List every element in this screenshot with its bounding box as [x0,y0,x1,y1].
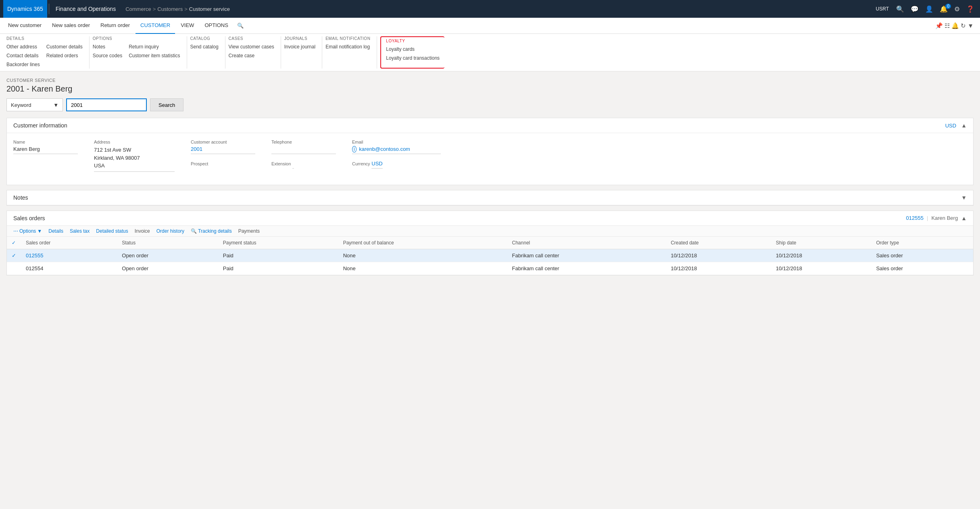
breadcrumb-customers[interactable]: Customers [157,6,183,12]
email-label: Email [352,140,441,144]
breadcrumb: Commerce > Customers > Customer service [121,6,872,12]
details-items: Other address Contact details Backorder … [6,43,83,68]
ribbon-item-view-customer-cases[interactable]: View customer cases [229,43,274,50]
table-row[interactable]: 012554 Open order Paid None Fabrikam cal… [7,262,973,275]
brand-name: Dynamics 365 [7,6,43,12]
options-action[interactable]: ⋯ Options ▼ [13,228,42,234]
breadcrumb-customer-service: Customer service [189,6,230,12]
ribbon-right-icons: 📌 ☷ 🔔 ↻ ▼ [932,22,977,29]
search-input[interactable] [66,98,147,111]
customer-info-header[interactable]: Customer information USD ▲ [7,118,973,133]
created-date: 10/12/2018 [666,262,771,275]
th-ship-date: Ship date [771,237,872,249]
customer-info-body: Name Karen Berg Address 712 1st Ave SWKi… [7,133,973,185]
select-all-checkbox[interactable]: ✓ [12,240,16,246]
page-title: 2001 - Karen Berg [6,84,974,94]
ribbon-item-source-codes[interactable]: Source codes [93,52,122,59]
table-row[interactable]: ✓ 012555 Open order Paid None Fabrikam c… [7,249,973,262]
tab-new-customer[interactable]: New customer [3,18,46,34]
tab-customer[interactable]: CUSTOMER [136,18,175,34]
group-title-journals: JOURNALS [284,36,315,41]
main-content: CUSTOMER SERVICE 2001 - Karen Berg Keywo… [0,71,980,287]
row-checkbox[interactable] [7,262,21,275]
notes-title: Notes [13,194,961,201]
search-button[interactable]: Search [150,98,183,111]
ribbon-item-customer-details[interactable]: Customer details [46,43,83,50]
help-icon[interactable]: ❓ [964,5,977,13]
keyword-dropdown[interactable]: Keyword ▼ [6,98,63,111]
notifications-icon[interactable]: 🔔 0 [937,5,950,13]
tab-return-order[interactable]: Return order [96,18,135,34]
ribbon-item-other-address[interactable]: Other address [6,43,40,50]
bell-icon[interactable]: 🔔 [951,22,959,29]
chat-icon[interactable]: 💬 [908,5,921,13]
options-items: Notes Source codes Return inquiry Custom… [93,43,180,59]
user-icon[interactable]: 👤 [923,5,936,13]
options-label: Options [19,228,36,234]
orders-table-container: ✓ Sales order Status Payment status Paym… [7,237,973,275]
sales-collapse-icon[interactable]: ▲ [961,215,967,221]
ribbon-item-backorder-lines[interactable]: Backorder lines [6,61,40,68]
windows-icon[interactable]: ☷ [945,22,950,29]
customer-account-value[interactable]: 2001 [191,146,255,154]
card-header-right: USD ▲ [945,122,967,129]
notes-header[interactable]: Notes ▼ [7,190,973,205]
refresh-icon[interactable]: ↻ [961,22,966,29]
address-value: 712 1st Ave SWKirkland, WA 98007USA [94,146,175,172]
extension-value [292,161,294,169]
ribbon-tabs: New customer New sales order Return orde… [0,18,980,34]
sales-tax-action[interactable]: Sales tax [70,228,90,234]
ribbon-item-email-notification-log[interactable]: Email notification log [325,43,370,50]
settings-icon[interactable]: ⚙ [952,5,962,13]
nav-divider [49,4,49,14]
name-label: Name [13,140,78,144]
ribbon-item-contact-details[interactable]: Contact details [6,52,40,59]
ribbon-group-details: DETAILS Other address Contact details Ba… [3,36,90,69]
telephone-label: Telephone [271,140,336,144]
detailed-status-action[interactable]: Detailed status [96,228,128,234]
expand-icon[interactable]: ▼ [967,22,974,29]
notes-collapse-icon[interactable]: ▼ [961,194,967,201]
tab-new-sales-order[interactable]: New sales order [47,18,95,34]
order-type: Sales order [871,262,973,275]
tracking-details-action[interactable]: 🔍 Tracking details [191,228,232,234]
ribbon-item-invoice-journal[interactable]: Invoice journal [284,43,315,50]
ribbon-item-send-catalog[interactable]: Send catalog [190,43,219,50]
search-icon[interactable]: 🔍 [894,5,907,13]
ribbon-search-icon[interactable]: 🔍 [234,23,247,29]
sales-orders-title: Sales orders [13,215,906,221]
ribbon-item-customer-item-stats[interactable]: Customer item statistics [129,52,180,59]
order-history-action[interactable]: Order history [156,228,184,234]
invoice-action: Invoice [135,228,150,234]
brand-logo[interactable]: Dynamics 365 [3,0,47,18]
pin-icon[interactable]: 📌 [935,22,943,29]
ribbon-item-loyalty-cards[interactable]: Loyalty cards [386,46,440,53]
ribbon-item-loyalty-card-transactions[interactable]: Loyalty card transactions [386,54,440,62]
name-value: Karen Berg [13,146,78,154]
group-title-email-notification: EMAIL NOTIFICATION [325,36,370,41]
th-sales-order: Sales order [21,237,117,249]
journals-items: Invoice journal [284,43,315,50]
email-value[interactable]: i karenb@contoso.com [352,146,441,154]
ribbon-item-create-case[interactable]: Create case [229,52,274,59]
sales-header-name: Karen Berg [931,215,958,221]
tab-options[interactable]: OPTIONS [200,18,233,34]
tab-view[interactable]: VIEW [176,18,199,34]
collapse-icon[interactable]: ▲ [961,122,967,129]
info-icon: i [352,146,357,152]
currency-value[interactable]: USD [371,161,382,169]
sales-order-link[interactable]: 012555 [906,215,924,221]
details-action[interactable]: Details [48,228,63,234]
order-number-012554: 012554 [21,262,117,275]
ribbon-item-notes[interactable]: Notes [93,43,122,50]
order-number-012555[interactable]: 012555 [21,249,117,262]
ribbon-item-return-inquiry[interactable]: Return inquiry [129,43,180,50]
sales-header-separator: | [927,215,928,221]
breadcrumb-commerce[interactable]: Commerce [125,6,151,12]
orders-tbody: ✓ 012555 Open order Paid None Fabrikam c… [7,249,973,275]
row-checkbox[interactable]: ✓ [7,249,21,262]
ribbon-item-related-orders[interactable]: Related orders [46,52,83,59]
dots-icon: ⋯ [13,228,18,234]
field-name: Name Karen Berg [13,140,78,172]
ribbon-group-catalog: CATALOG Send catalog [187,36,225,69]
